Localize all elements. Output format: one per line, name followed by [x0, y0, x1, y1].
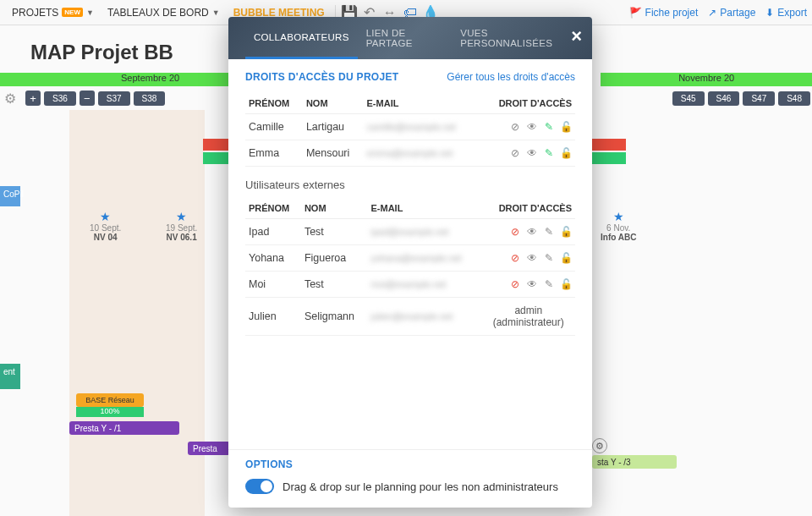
manage-rights-link[interactable]: Gérer tous les droits d'accès: [447, 71, 575, 83]
cell-firstname: Julien: [245, 298, 301, 336]
col-email: E-MAIL: [368, 198, 482, 219]
cell-access: admin(administrateur): [481, 298, 575, 336]
collaborators-table: PRÉNOM NOM E-MAIL DROIT D'ACCÈS Camille …: [245, 93, 575, 167]
access-icons: ⊘ 👁 ✎ 🔓: [485, 252, 572, 264]
pencil-icon[interactable]: ✎: [543, 226, 555, 238]
cell-email: emma@example.net: [364, 140, 480, 167]
pencil-icon[interactable]: ✎: [543, 278, 555, 290]
section-header: DROITS D'ACCÈS DU PROJET Gérer tous les …: [245, 71, 575, 83]
col-lastname: NOM: [301, 198, 368, 219]
toggle-row: Drag & drop sur le planning pour les non…: [245, 479, 575, 494]
ban-icon[interactable]: ⊘: [509, 121, 521, 133]
col-lastname: NOM: [303, 93, 364, 114]
tab-custom-views[interactable]: VUES PERSONNALISÉES: [452, 17, 575, 59]
externals-table: PRÉNOM NOM E-MAIL DROIT D'ACCÈS Ipad Tes…: [245, 198, 575, 336]
cell-firstname: Moi: [245, 272, 301, 298]
table-row: Yohana Figueroa yohana@example.net ⊘ 👁 ✎…: [245, 245, 575, 272]
cell-firstname: Emma: [245, 140, 303, 167]
cell-email: julien@example.net: [368, 298, 482, 336]
cell-email: yohana@example.net: [368, 245, 482, 272]
ban-icon[interactable]: ⊘: [509, 226, 521, 238]
cell-email: ipad@example.net: [368, 219, 482, 245]
lock-icon[interactable]: 🔓: [560, 252, 572, 264]
cell-email: moi@example.net: [368, 272, 482, 298]
cell-access: ⊘ 👁 ✎ 🔓: [481, 272, 575, 298]
eye-icon[interactable]: 👁: [526, 252, 538, 264]
options-title: OPTIONS: [245, 458, 575, 470]
cell-access: ⊘ 👁 ✎ 🔓: [481, 245, 575, 272]
pencil-icon[interactable]: ✎: [543, 121, 555, 133]
cell-firstname: Ipad: [245, 219, 301, 245]
section-title: DROITS D'ACCÈS DU PROJET: [245, 71, 398, 83]
cell-lastname: Mensouri: [303, 140, 364, 167]
table-row: Ipad Test ipad@example.net ⊘ 👁 ✎ 🔓: [245, 219, 575, 245]
drag-drop-toggle[interactable]: [245, 479, 274, 494]
close-icon[interactable]: ×: [571, 25, 582, 47]
lock-icon[interactable]: 🔓: [560, 278, 572, 290]
cell-lastname: Figueroa: [301, 245, 368, 272]
access-icons: ⊘ 👁 ✎ 🔓: [482, 121, 572, 133]
lock-icon[interactable]: 🔓: [560, 226, 572, 238]
col-firstname: PRÉNOM: [245, 198, 301, 219]
cell-lastname: Test: [301, 272, 368, 298]
cell-firstname: Yohana: [245, 245, 301, 272]
cell-lastname: Lartigau: [303, 114, 364, 140]
col-access: DROIT D'ACCÈS: [481, 198, 575, 219]
ban-icon[interactable]: ⊘: [509, 278, 521, 290]
lock-icon[interactable]: 🔓: [560, 121, 572, 133]
ban-icon[interactable]: ⊘: [509, 147, 521, 159]
modal-overlay: COLLABORATEURS LIEN DE PARTAGE VUES PERS…: [0, 0, 812, 516]
access-icons: ⊘ 👁 ✎ 🔓: [485, 226, 572, 238]
toggle-label: Drag & drop sur le planning pour les non…: [283, 480, 558, 493]
cell-access: ⊘ 👁 ✎ 🔓: [481, 219, 575, 245]
modal-body: DROITS D'ACCÈS DU PROJET Gérer tous les …: [228, 59, 592, 449]
lock-icon[interactable]: 🔓: [560, 147, 572, 159]
access-icons: ⊘ 👁 ✎ 🔓: [485, 278, 572, 290]
cell-lastname: Test: [301, 219, 368, 245]
tab-share-link[interactable]: LIEN DE PARTAGE: [358, 17, 453, 59]
cell-lastname: Seligmann: [301, 298, 368, 336]
eye-icon[interactable]: 👁: [526, 226, 538, 238]
eye-icon[interactable]: 👁: [526, 278, 538, 290]
cell-firstname: Camille: [245, 114, 303, 140]
table-row: Moi Test moi@example.net ⊘ 👁 ✎ 🔓: [245, 272, 575, 298]
table-row: Camille Lartigau camille@example.net ⊘ 👁…: [245, 114, 575, 140]
pencil-icon[interactable]: ✎: [543, 147, 555, 159]
col-access: DROIT D'ACCÈS: [479, 93, 575, 114]
cell-access: ⊘ 👁 ✎ 🔓: [479, 140, 575, 167]
pencil-icon[interactable]: ✎: [543, 252, 555, 264]
tab-collaborators[interactable]: COLLABORATEURS: [245, 17, 358, 59]
table-row: Julien Seligmann julien@example.net admi…: [245, 298, 575, 336]
col-email: E-MAIL: [364, 93, 480, 114]
modal-header: COLLABORATEURS LIEN DE PARTAGE VUES PERS…: [228, 17, 592, 59]
external-users-title: Utilisateurs externes: [245, 178, 575, 191]
cell-email: camille@example.net: [364, 114, 480, 140]
modal-footer: OPTIONS Drag & drop sur le planning pour…: [228, 449, 592, 508]
eye-icon[interactable]: 👁: [526, 147, 538, 159]
col-firstname: PRÉNOM: [245, 93, 303, 114]
toggle-knob: [261, 480, 272, 492]
table-row: Emma Mensouri emma@example.net ⊘ 👁 ✎ 🔓: [245, 140, 575, 167]
eye-icon[interactable]: 👁: [526, 121, 538, 133]
collaborators-modal: COLLABORATEURS LIEN DE PARTAGE VUES PERS…: [228, 17, 592, 508]
cell-access: ⊘ 👁 ✎ 🔓: [479, 114, 575, 140]
access-icons: ⊘ 👁 ✎ 🔓: [482, 147, 572, 159]
ban-icon[interactable]: ⊘: [509, 252, 521, 264]
